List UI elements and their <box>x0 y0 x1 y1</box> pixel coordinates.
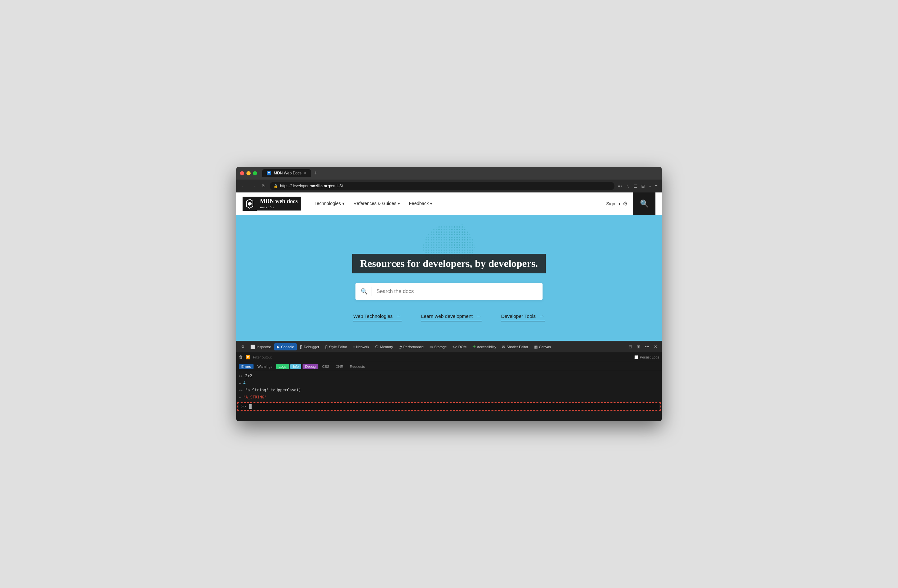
nav-feedback-arrow: ▾ <box>430 201 432 206</box>
forward-button[interactable]: → <box>250 182 258 190</box>
devtools-canvas-button[interactable]: ▦ Canvas <box>532 343 554 350</box>
search-input[interactable] <box>377 289 537 294</box>
devtools-style-editor-button[interactable]: {} Style Editor <box>323 343 350 350</box>
devtools-performance-button[interactable]: ◔ Performance <box>396 343 426 350</box>
devtools-shader-editor-button[interactable]: ✉ Shader Editor <box>499 343 530 350</box>
mdn-header-actions: Sign in ⚙ 🔍 <box>601 192 655 215</box>
mdn-logo-subtitle: moz://a <box>260 205 298 209</box>
github-icon: ⚙ <box>623 200 628 207</box>
devtools-more-button[interactable]: ••• <box>643 344 651 350</box>
devtools-dock-button[interactable]: ⊟ <box>627 344 634 350</box>
level-xhr-button[interactable]: XHR <box>333 364 346 369</box>
tab-close-button[interactable]: × <box>304 171 306 175</box>
dom-icon: <> <box>452 345 457 349</box>
clear-console-button[interactable]: 🗑 <box>239 355 243 359</box>
accessibility-icon: ✚ <box>472 345 476 349</box>
mdn-logo-svg <box>244 198 255 210</box>
style-editor-label: Style Editor <box>329 345 347 349</box>
reader-button[interactable]: ☰ <box>632 183 639 190</box>
level-warnings-button[interactable]: Warnings <box>255 364 275 369</box>
devtools-debugger-button[interactable]: {} Debugger <box>297 343 322 350</box>
devtools-inspector-button[interactable]: ⬜ Inspector <box>248 343 274 350</box>
level-css-button[interactable]: CSS <box>320 364 332 369</box>
tab-bar: M MDN Web Docs × + <box>262 169 658 177</box>
accessibility-label: Accessibility <box>477 345 497 349</box>
search-icon: 🔍 <box>361 288 368 295</box>
devtools-memory-button[interactable]: ⏱ Memory <box>372 343 396 350</box>
devtools-storage-button[interactable]: ▭ Storage <box>427 343 449 350</box>
filter-input[interactable] <box>253 355 632 359</box>
memory-label: Memory <box>380 345 393 349</box>
nav-bar: ← → ↻ 🔒 https://developer.mozilla.org/en… <box>236 180 662 192</box>
traffic-lights <box>240 171 257 175</box>
console-output-2: "A_STRING" <box>243 395 266 399</box>
level-requests-button[interactable]: Requests <box>348 364 368 369</box>
minimize-button[interactable] <box>246 171 251 175</box>
level-errors-button[interactable]: Errors <box>239 364 254 369</box>
refresh-button[interactable]: ↻ <box>260 182 268 190</box>
filter-icon: 🔽 <box>246 355 250 359</box>
url-prefix: https://developer. <box>280 184 309 188</box>
network-icon: ↕ <box>353 345 355 349</box>
nav-references-label: References & Guides <box>354 201 397 206</box>
persist-logs-label: Persist Logs <box>640 355 659 359</box>
level-logs-button[interactable]: Logs <box>276 364 289 369</box>
input-chevron-2: >> <box>239 388 243 392</box>
console-input-area[interactable]: >> <box>237 402 661 411</box>
hero-link-learn[interactable]: Learn web development → <box>421 313 481 321</box>
devtools-dom-button[interactable]: <> DOM <box>450 343 469 350</box>
devtools-close-button[interactable]: ✕ <box>652 344 659 350</box>
nav-technologies-arrow: ▾ <box>342 201 344 206</box>
performance-icon: ◔ <box>399 345 402 349</box>
console-prompt-line: >> <box>239 403 659 410</box>
shader-editor-label: Shader Editor <box>506 345 528 349</box>
mdn-header: MDN web docs moz://a Technologies ▾ Refe… <box>236 192 662 215</box>
console-line-4: ← "A_STRING" <box>236 394 662 401</box>
nav-references[interactable]: References & Guides ▾ <box>350 198 404 209</box>
nav-feedback[interactable]: Feedback ▾ <box>405 198 436 209</box>
devtools-settings-button[interactable]: ⚙ <box>239 343 247 350</box>
devtools-console-button[interactable]: ▶ Console <box>274 343 297 350</box>
nav-technologies[interactable]: Technologies ▾ <box>311 198 348 209</box>
sidebar-button[interactable]: ⊞ <box>640 183 646 190</box>
debugger-icon: {} <box>300 345 303 349</box>
url-display: https://developer.mozilla.org/en-US/ <box>280 184 610 188</box>
shader-editor-icon: ✉ <box>502 345 505 349</box>
overflow-button[interactable]: » <box>647 183 652 190</box>
hero-link-devtools-arrow: → <box>539 313 545 319</box>
console-line-1: >> 2+2 <box>236 372 662 379</box>
console-icon: ▶ <box>277 345 280 349</box>
dom-label: DOM <box>458 345 467 349</box>
back-button[interactable]: ← <box>239 182 248 190</box>
new-tab-button[interactable]: + <box>312 170 320 176</box>
bookmark-button[interactable]: ☆ <box>624 183 631 190</box>
mdn-logo[interactable]: MDN web docs moz://a <box>243 197 301 211</box>
hero-link-devtools[interactable]: Developer Tools → <box>501 313 544 321</box>
sign-in-button[interactable]: Sign in ⚙ <box>601 198 633 210</box>
devtools-accessibility-button[interactable]: ✚ Accessibility <box>470 343 499 350</box>
menu-button[interactable]: ≡ <box>654 183 659 190</box>
console-output: >> 2+2 ← 4 >> "a String".toUpperCase() ←… <box>236 371 662 421</box>
settings-icon: ⚙ <box>241 345 244 349</box>
hero-link-web-tech[interactable]: Web Technologies → <box>353 313 401 321</box>
nav-feedback-label: Feedback <box>409 201 429 206</box>
console-output-1: 4 <box>243 381 246 385</box>
more-button[interactable]: ••• <box>617 183 623 190</box>
hero-link-web-tech-arrow: → <box>396 313 401 319</box>
canvas-label: Canvas <box>539 345 551 349</box>
level-debug-button[interactable]: Debug <box>303 364 318 369</box>
maximize-button[interactable] <box>253 171 257 175</box>
address-bar[interactable]: 🔒 https://developer.mozilla.org/en-US/ <box>270 182 615 190</box>
active-tab[interactable]: M MDN Web Docs × <box>262 169 311 177</box>
inspector-icon: ⬜ <box>250 345 255 349</box>
persist-logs-checkbox[interactable] <box>635 355 638 359</box>
svg-point-2 <box>449 225 468 250</box>
mdn-nav: Technologies ▾ References & Guides ▾ Fee… <box>311 198 601 209</box>
devtools-network-button[interactable]: ↕ Network <box>350 343 372 350</box>
search-button[interactable]: 🔍 <box>633 192 655 215</box>
close-button[interactable] <box>240 171 244 175</box>
hero-links: Web Technologies → Learn web development… <box>353 313 544 321</box>
devtools-undock-button[interactable]: ⊞ <box>635 344 642 350</box>
hero-link-learn-label: Learn web development <box>421 313 472 319</box>
level-info-button[interactable]: Info <box>290 364 301 369</box>
